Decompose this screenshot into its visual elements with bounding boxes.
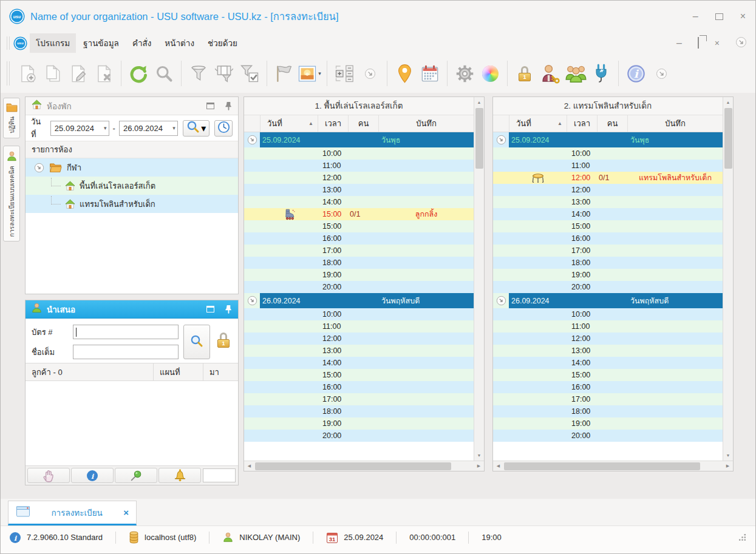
horizontal-scrollbar[interactable]: ◀▶	[244, 461, 484, 471]
pushpin-button[interactable]	[115, 468, 157, 483]
time-slot-row[interactable]: 15:00	[244, 220, 474, 232]
time-slot-row[interactable]: 20:00	[493, 281, 723, 293]
scrollbar-thumb[interactable]	[255, 462, 451, 470]
time-slot-row[interactable]: 14:00	[244, 196, 474, 208]
booked-slot-row[interactable]: 12:000/1แทรมโพลินสำหรับเด็ก	[493, 172, 723, 184]
time-slot-row[interactable]: 19:00	[244, 269, 474, 281]
tab-close-icon[interactable]: ×	[123, 508, 129, 517]
scroll-up-icon[interactable]: ▲	[474, 97, 484, 107]
menubar-overflow-chevron-icon[interactable]	[735, 36, 747, 50]
time-slot-row[interactable]: 16:00	[244, 381, 474, 393]
time-slot-row[interactable]: 12:00	[244, 172, 474, 184]
edit-record-button[interactable]	[66, 59, 91, 88]
date-column-header[interactable]: วันที่▲	[260, 115, 318, 132]
time-slot-row[interactable]: 14:00	[244, 357, 474, 369]
side-tab-0[interactable]: ปฏิทิน	[3, 98, 20, 138]
settings-gear-button[interactable]	[452, 59, 477, 88]
scrollbar-thumb[interactable]	[504, 462, 700, 470]
time-slot-row[interactable]: 20:00	[244, 281, 474, 293]
time-slot-row[interactable]: 10:00	[244, 308, 474, 320]
overflow-chevron-button[interactable]	[357, 59, 383, 88]
group-collapse-icon[interactable]	[247, 135, 257, 145]
menu-item-1[interactable]: ฐานข้อมูล	[77, 33, 125, 53]
time-slot-row[interactable]: 15:00	[244, 369, 474, 381]
people-column-header[interactable]: คน	[349, 115, 379, 132]
chevron-down-icon[interactable]: ▾	[171, 125, 175, 131]
location-pin-button[interactable]	[392, 59, 417, 88]
scroll-down-icon[interactable]: ▼	[474, 450, 484, 461]
tree-row-0[interactable]: กีฬา	[26, 158, 238, 177]
note-column-header[interactable]: บันทึก	[628, 115, 723, 132]
user-key-button[interactable]	[537, 59, 563, 88]
time-slot-row[interactable]: 12:00	[493, 333, 723, 345]
time-slot-row[interactable]: 12:00	[493, 184, 723, 196]
document-close-button[interactable]: ×	[715, 39, 720, 47]
scroll-left-icon[interactable]: ◀	[244, 464, 254, 468]
time-slot-row[interactable]: 14:00	[493, 208, 723, 220]
time-slot-row[interactable]: 18:00	[493, 257, 723, 269]
time-slot-row[interactable]: 11:00	[493, 320, 723, 333]
chevron-down-icon[interactable]: ▾	[318, 70, 321, 76]
scrollbar-thumb[interactable]	[475, 108, 483, 169]
clock-button[interactable]	[214, 120, 233, 137]
group-collapse-icon[interactable]	[496, 296, 506, 306]
vertical-scrollbar[interactable]: ▲▼	[474, 97, 484, 461]
time-slot-row[interactable]: 18:00	[244, 405, 474, 417]
note-column-header[interactable]: บันทึก	[379, 115, 474, 132]
time-slot-row[interactable]: 20:00	[493, 430, 723, 442]
plan-column-header[interactable]: แผนที่	[153, 363, 203, 380]
row-expand-button[interactable]	[332, 59, 357, 88]
menu-item-2[interactable]: คำสั่ง	[126, 33, 157, 53]
time-slot-row[interactable]: 10:00	[493, 308, 723, 320]
time-slot-row[interactable]: 11:00	[244, 320, 474, 333]
window-maximize-button[interactable]	[715, 13, 723, 20]
calendar-button[interactable]	[417, 59, 443, 88]
time-slot-row[interactable]: 19:00	[244, 417, 474, 430]
flag-button[interactable]	[271, 59, 297, 88]
time-slot-row[interactable]: 13:00	[493, 345, 723, 357]
filter-columns-button[interactable]	[211, 59, 237, 88]
time-column-header[interactable]: เวลา	[318, 115, 349, 132]
time-slot-row[interactable]: 19:00	[493, 269, 723, 281]
menubar-grip[interactable]	[7, 36, 10, 50]
toolbar-grip[interactable]	[7, 61, 10, 86]
usu-menu-icon[interactable]: usu	[15, 38, 26, 49]
chevron-down-icon[interactable]: ▾	[201, 123, 206, 134]
overflow-chevron-button[interactable]	[649, 59, 674, 88]
menu-item-4[interactable]: ช่วยด้วย	[202, 33, 243, 53]
time-slot-row[interactable]: 13:00	[493, 196, 723, 208]
vertical-scrollbar[interactable]: ▲▼	[723, 97, 733, 461]
time-slot-row[interactable]: 11:00	[244, 160, 474, 172]
menu-item-0[interactable]: โปรแกรม	[30, 33, 76, 53]
users-group-button[interactable]	[563, 59, 588, 88]
tab-registration[interactable]: การลงทะเบียน ×	[8, 501, 137, 525]
bell-button[interactable]	[158, 468, 201, 483]
date-from-combo[interactable]: 25.09.2024 ▾	[50, 121, 109, 136]
filter-check-button[interactable]	[237, 59, 262, 88]
time-slot-row[interactable]: 18:00	[244, 257, 474, 269]
filter-button[interactable]	[186, 59, 211, 88]
plug-button[interactable]	[588, 59, 614, 88]
card-number-input[interactable]	[73, 325, 179, 339]
full-name-input[interactable]	[73, 345, 179, 359]
time-slot-row[interactable]: 17:00	[244, 245, 474, 257]
people-column-header[interactable]: คน	[598, 115, 628, 132]
horizontal-scrollbar[interactable]: ◀▶	[493, 461, 733, 471]
scroll-right-icon[interactable]: ▶	[474, 464, 484, 468]
time-slot-row[interactable]: 20:00	[244, 430, 474, 442]
time-slot-row[interactable]: 17:00	[244, 393, 474, 405]
copy-record-button[interactable]	[40, 59, 66, 88]
date-search-button[interactable]: ▾	[183, 120, 209, 137]
rooms-maximize-button[interactable]	[206, 103, 214, 109]
side-tab-1[interactable]: การลงทะเบียนแบบเทคนิค	[3, 146, 20, 242]
time-slot-row[interactable]: 16:00	[493, 381, 723, 393]
window-close-button[interactable]: ×	[740, 12, 746, 21]
time-slot-row[interactable]: 14:00	[493, 357, 723, 369]
time-slot-row[interactable]: 10:00	[244, 147, 474, 160]
booked-slot-row[interactable]: 15:000/1ลูกกลิ้ง	[244, 208, 474, 220]
scroll-left-icon[interactable]: ◀	[493, 464, 503, 468]
scrollbar-track[interactable]	[723, 169, 733, 450]
date-group-header[interactable]: 26.09.2024วันพฤหัสบดี	[244, 293, 474, 308]
group-collapse-icon[interactable]	[496, 135, 506, 145]
window-minimize-button[interactable]: –	[693, 12, 698, 21]
